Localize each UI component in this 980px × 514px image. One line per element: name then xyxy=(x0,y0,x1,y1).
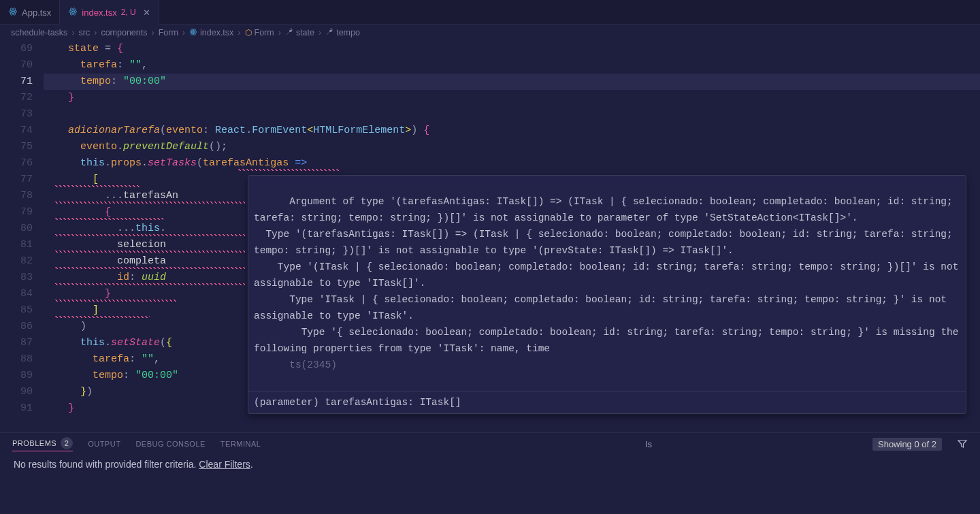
error-message: Argument of type '(tarefasAntigas: ITask… xyxy=(248,176,966,391)
clear-filters-link[interactable]: Clear Filters xyxy=(199,459,250,470)
bottom-panel: PROBLEMS 2 OUTPUT DEBUG CONSOLE TERMINAL… xyxy=(0,432,980,514)
line-number: 89 xyxy=(0,368,33,384)
breadcrumb-item[interactable]: schedule-tasks xyxy=(11,28,67,37)
breadcrumb-separator: › xyxy=(152,28,154,37)
line-number: 78 xyxy=(0,188,33,204)
line-number: 72 xyxy=(0,90,33,106)
breadcrumb-item[interactable]: index.tsx xyxy=(189,28,233,38)
line-number: 73 xyxy=(0,106,33,123)
line-number: 90 xyxy=(0,384,33,400)
code-line[interactable]: evento.preventDefault(); xyxy=(44,139,980,155)
breadcrumb-item[interactable]: components xyxy=(101,28,147,37)
breadcrumb-item[interactable]: Form xyxy=(159,28,178,37)
tab-problems[interactable]: PROBLEMS 2 xyxy=(12,437,73,451)
svg-point-4 xyxy=(72,10,74,12)
breadcrumb-label: components xyxy=(101,28,147,37)
panel-tabs: PROBLEMS 2 OUTPUT DEBUG CONSOLE TERMINAL… xyxy=(0,433,980,455)
breadcrumb-separator: › xyxy=(318,28,321,37)
error-code: ts(2345) xyxy=(289,359,337,370)
code-line[interactable]: this.props.setTasks(tarefasAntigas => xyxy=(44,155,980,172)
breadcrumb-item[interactable]: ⬡Form xyxy=(245,28,274,37)
error-squiggle xyxy=(238,169,340,171)
line-number: 87 xyxy=(0,335,33,351)
editor-tab[interactable]: App.tsx xyxy=(0,0,60,25)
line-number: 71 xyxy=(0,74,33,90)
tab-output-label: OUTPUT xyxy=(88,440,120,448)
svg-point-8 xyxy=(193,31,194,33)
filter-task-text: ls xyxy=(646,439,652,449)
filter-icon[interactable] xyxy=(957,438,968,449)
line-number: 82 xyxy=(0,253,33,270)
breadcrumb-label: state xyxy=(296,28,314,37)
hover-signature: (parameter) tarefasAntigas: ITask[] xyxy=(248,391,966,413)
svg-point-0 xyxy=(12,10,14,12)
line-number: 85 xyxy=(0,302,33,319)
wrench-icon xyxy=(325,28,333,38)
line-number: 76 xyxy=(0,155,33,172)
tab-debug-console[interactable]: DEBUG CONSOLE xyxy=(135,440,205,448)
error-squiggle xyxy=(54,234,245,236)
line-number-gutter: 6970717273747576777879808182838485868788… xyxy=(0,41,44,417)
line-number: 80 xyxy=(0,221,33,237)
code-line[interactable]: tempo: "00:00" xyxy=(44,74,980,90)
wrench-icon xyxy=(285,28,293,38)
code-line[interactable] xyxy=(44,106,980,123)
class-icon: ⬡ xyxy=(245,28,252,37)
breadcrumb: schedule-tasks›src›components›Form›index… xyxy=(0,25,980,41)
breadcrumb-separator: › xyxy=(238,28,240,37)
breadcrumb-label: tempo xyxy=(336,28,360,37)
panel-body: No results found with provided filter cr… xyxy=(0,455,980,474)
showing-count: Showing 0 of 2 xyxy=(872,438,942,451)
error-squiggle xyxy=(54,202,245,204)
breadcrumb-label: index.tsx xyxy=(200,28,233,37)
line-number: 81 xyxy=(0,237,33,253)
error-squiggle xyxy=(54,267,245,269)
breadcrumb-label: schedule-tasks xyxy=(11,28,67,37)
editor-area[interactable]: 6970717273747576777879808182838485868788… xyxy=(0,41,980,417)
tab-terminal[interactable]: TERMINAL xyxy=(220,440,261,448)
no-results-text: No results found with provided filter cr… xyxy=(14,459,199,470)
line-number: 86 xyxy=(0,319,33,335)
close-icon[interactable]: ✕ xyxy=(143,7,150,18)
breadcrumb-label: src xyxy=(79,28,91,37)
react-icon xyxy=(189,28,197,38)
tab-problems-label: PROBLEMS xyxy=(12,439,56,447)
code-line[interactable]: state = { xyxy=(44,41,980,57)
breadcrumb-item[interactable]: src xyxy=(79,28,91,37)
period: . xyxy=(250,459,253,470)
line-number: 79 xyxy=(0,204,33,221)
error-hover-tooltip: Argument of type '(tarefasAntigas: ITask… xyxy=(248,175,966,414)
line-number: 70 xyxy=(0,57,33,74)
breadcrumb-separator: › xyxy=(278,28,281,37)
breadcrumb-separator: › xyxy=(71,28,74,37)
breadcrumb-label: Form xyxy=(255,28,274,37)
error-squiggle xyxy=(54,251,245,253)
error-squiggle xyxy=(54,218,163,220)
line-number: 77 xyxy=(0,172,33,188)
line-number: 74 xyxy=(0,123,33,139)
tab-terminal-label: TERMINAL xyxy=(220,440,261,448)
breadcrumb-item[interactable]: tempo xyxy=(325,28,360,38)
line-number: 88 xyxy=(0,351,33,368)
tab-debug-label: DEBUG CONSOLE xyxy=(135,440,205,448)
tab-filename: index.tsx xyxy=(82,7,116,18)
code-line[interactable]: adicionarTarefa(evento: React.FormEvent<… xyxy=(44,123,980,139)
problems-count-badge: 2 xyxy=(61,437,73,449)
breadcrumb-separator: › xyxy=(182,28,185,37)
error-squiggle xyxy=(54,283,245,285)
editor-tabs-bar: App.tsxindex.tsx2, U✕ xyxy=(0,0,980,25)
breadcrumb-label: Form xyxy=(159,28,178,37)
line-number: 91 xyxy=(0,400,33,417)
line-number: 69 xyxy=(0,41,33,57)
line-number: 75 xyxy=(0,139,33,155)
tab-output[interactable]: OUTPUT xyxy=(88,440,120,448)
error-squiggle xyxy=(54,316,150,318)
breadcrumb-item[interactable]: state xyxy=(285,28,314,38)
editor-tab[interactable]: index.tsx2, U✕ xyxy=(60,0,159,25)
error-squiggle xyxy=(54,300,177,302)
line-number: 83 xyxy=(0,270,33,286)
code-line[interactable]: } xyxy=(44,90,980,106)
code-line[interactable]: tarefa: "", xyxy=(44,57,980,74)
error-text: Argument of type '(tarefasAntigas: ITask… xyxy=(254,196,964,354)
line-number: 84 xyxy=(0,286,33,302)
